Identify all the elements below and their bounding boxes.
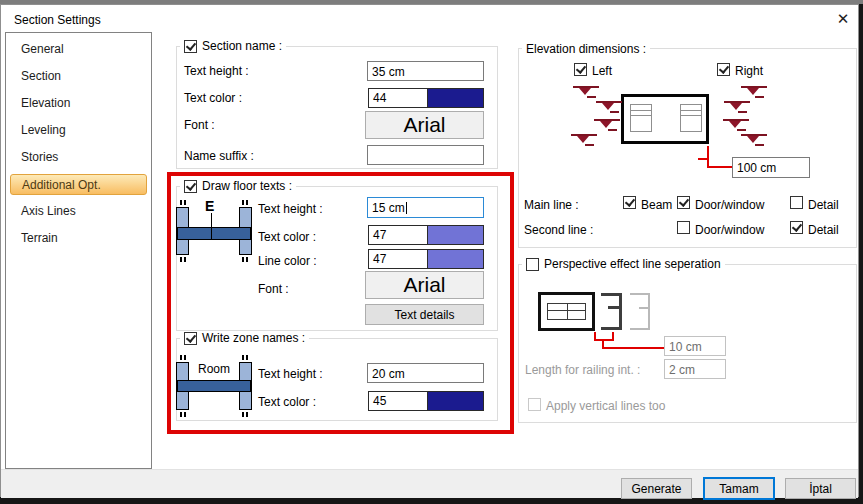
elevation-right-checkbox[interactable] bbox=[717, 63, 730, 76]
color-index: 47 bbox=[369, 226, 428, 244]
input-value: 15 cm bbox=[372, 201, 405, 215]
write-zone-names-group-label: Write zone names : bbox=[202, 331, 305, 346]
level-marker-icon bbox=[594, 119, 620, 132]
elevation-dimensions-group bbox=[518, 48, 857, 248]
perspective-plan-icon bbox=[538, 292, 595, 331]
floor-texts-icon: E bbox=[174, 200, 254, 262]
leader-line bbox=[602, 347, 664, 349]
perspective-effect-group-label: Perspective effect line seperation bbox=[544, 257, 721, 272]
sidebar-item-stories[interactable]: Stories bbox=[10, 144, 147, 171]
floor-text-height-input[interactable]: 15 cm bbox=[367, 197, 484, 218]
second-line-door-window-checkbox[interactable] bbox=[677, 221, 690, 234]
text-cursor bbox=[406, 202, 407, 214]
font-label: Font : bbox=[258, 282, 289, 296]
text-color-label: Text color : bbox=[258, 230, 316, 244]
perspective-offset-icon bbox=[601, 293, 622, 330]
separation-length-input[interactable]: 10 cm bbox=[664, 336, 726, 356]
section-name-text-color-picker[interactable]: 44 bbox=[368, 88, 484, 108]
second-line-detail-checkbox[interactable] bbox=[790, 221, 803, 234]
leader-line bbox=[707, 166, 732, 168]
window-icon bbox=[680, 104, 702, 132]
text-color-label: Text color : bbox=[184, 91, 242, 105]
color-swatch bbox=[428, 226, 483, 244]
sidebar-item-additional-opt[interactable]: Additional Opt. bbox=[10, 174, 147, 195]
second-line-label: Second line : bbox=[524, 223, 593, 237]
sidebar-item-axis-lines[interactable]: Axis Lines bbox=[10, 198, 147, 225]
text-height-label: Text height : bbox=[258, 367, 323, 381]
main-line-detail-checkbox[interactable] bbox=[790, 196, 803, 209]
close-icon[interactable]: ✕ bbox=[830, 8, 856, 30]
elevation-right-label[interactable]: Right bbox=[735, 64, 763, 78]
zone-text-color-picker[interactable]: 45 bbox=[368, 391, 484, 411]
main-line-door-window-label[interactable]: Door/window bbox=[695, 198, 764, 212]
sidebar-item-elevation[interactable]: Elevation bbox=[10, 90, 147, 117]
section-name-group-label: Section name : bbox=[202, 39, 282, 54]
main-line-beam-checkbox[interactable] bbox=[623, 196, 636, 209]
main-line-label: Main line : bbox=[524, 198, 579, 212]
text-height-label: Text height : bbox=[258, 202, 323, 216]
floor-font-button[interactable]: Arial bbox=[365, 271, 484, 299]
main-line-door-window-checkbox[interactable] bbox=[677, 196, 690, 209]
second-line-door-window-label[interactable]: Door/window bbox=[695, 223, 764, 237]
railing-length-input[interactable]: 2 cm bbox=[664, 359, 726, 379]
floor-line-color-picker[interactable]: 47 bbox=[368, 249, 484, 269]
dialog-title: Section Settings bbox=[14, 13, 101, 27]
elevation-offset-input[interactable]: 100 cm bbox=[732, 157, 810, 178]
level-marker-icon bbox=[723, 119, 749, 132]
ok-button[interactable]: Tamam bbox=[703, 477, 775, 500]
sidebar-item-section[interactable]: Section bbox=[10, 63, 147, 90]
leader-line bbox=[594, 339, 614, 341]
line-color-label: Line color : bbox=[258, 254, 317, 268]
draw-floor-texts-checkbox[interactable] bbox=[184, 180, 197, 193]
level-marker-icon bbox=[596, 101, 622, 114]
color-index: 47 bbox=[369, 250, 428, 268]
second-line-detail-label[interactable]: Detail bbox=[808, 223, 839, 237]
elevation-left-checkbox[interactable] bbox=[574, 63, 587, 76]
apply-vertical-lines-label[interactable]: Apply vertical lines too bbox=[546, 399, 665, 413]
perspective-effect-checkbox[interactable] bbox=[526, 258, 539, 271]
main-line-detail-label[interactable]: Detail bbox=[808, 198, 839, 212]
main-line-beam-label[interactable]: Beam bbox=[641, 198, 672, 212]
section-name-checkbox[interactable] bbox=[184, 40, 197, 53]
sidebar-item-general[interactable]: General bbox=[10, 36, 147, 63]
color-swatch bbox=[428, 89, 483, 107]
apply-vertical-lines-checkbox[interactable] bbox=[528, 398, 541, 411]
write-zone-names-checkbox[interactable] bbox=[184, 332, 197, 345]
elevation-dimensions-group-label: Elevation dimensions : bbox=[526, 42, 646, 57]
section-name-text-height-input[interactable]: 35 cm bbox=[367, 61, 484, 81]
generate-button[interactable]: Generate bbox=[621, 478, 692, 499]
level-marker-icon bbox=[571, 134, 597, 147]
cancel-button[interactable]: İptal bbox=[785, 478, 856, 499]
color-index: 45 bbox=[369, 392, 428, 410]
railing-length-label: Length for railing int. : bbox=[525, 363, 640, 377]
level-marker-icon bbox=[724, 101, 750, 114]
level-marker-icon bbox=[573, 86, 599, 99]
name-suffix-label: Name suffix : bbox=[184, 149, 254, 163]
text-details-button[interactable]: Text details bbox=[365, 304, 484, 325]
leader-line bbox=[698, 158, 707, 160]
color-swatch bbox=[428, 392, 483, 410]
font-label: Font : bbox=[184, 118, 215, 132]
level-marker-icon bbox=[741, 86, 767, 99]
perspective-offset-icon-faint bbox=[630, 293, 650, 330]
elevation-left-label[interactable]: Left bbox=[592, 64, 612, 78]
text-height-label: Text height : bbox=[184, 64, 249, 78]
name-suffix-input[interactable] bbox=[367, 145, 484, 165]
window-icon bbox=[630, 104, 652, 132]
text-color-label: Text color : bbox=[258, 395, 316, 409]
zone-names-icon: Room bbox=[174, 357, 254, 415]
color-swatch bbox=[428, 250, 483, 268]
floor-text-color-picker[interactable]: 47 bbox=[368, 225, 484, 245]
leader-line bbox=[707, 146, 709, 168]
zone-text-height-input[interactable]: 20 cm bbox=[367, 363, 484, 383]
level-marker-icon bbox=[741, 134, 767, 147]
section-settings-dialog: Section Settings ✕ General Section Eleva… bbox=[0, 4, 859, 497]
section-name-font-button[interactable]: Arial bbox=[365, 111, 484, 139]
sidebar-item-leveling[interactable]: Leveling bbox=[10, 117, 147, 144]
color-index: 44 bbox=[369, 89, 428, 107]
settings-category-list: General Section Elevation Leveling Stori… bbox=[5, 32, 152, 469]
draw-floor-texts-group-label: Draw floor texts : bbox=[202, 179, 292, 194]
sidebar-item-terrain[interactable]: Terrain bbox=[10, 225, 147, 252]
building-section-icon bbox=[621, 94, 709, 144]
